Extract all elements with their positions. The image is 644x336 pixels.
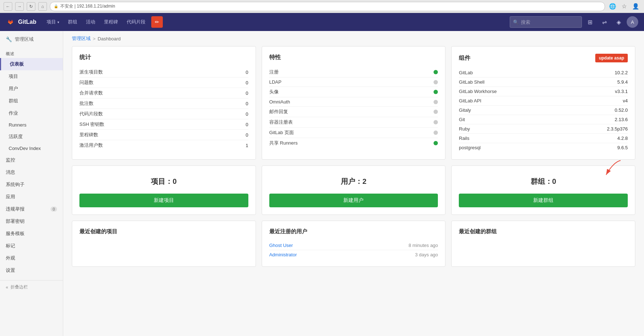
url-text: 不安全 | 192.168.1.21/admin <box>60 3 115 9</box>
sidebar-item-deploy-keys[interactable]: 部署密钥 <box>0 215 63 227</box>
sidebar-item-abuse-reports[interactable]: 违规举报 0 <box>0 203 63 215</box>
component-row: GitLab Workhorsev3.3.1 <box>459 87 628 96</box>
sidebar-item-labels[interactable]: 标记 <box>0 240 63 252</box>
recent-projects-card: 最近创建的项目 <box>72 221 256 267</box>
admin-header: 🔧 管理区域 <box>0 31 63 48</box>
search-icon: 🔍 <box>513 19 519 25</box>
feature-status <box>434 70 438 74</box>
top-cards-row: 统计 派生项目数0问题数0合并请求数0批注数0代码片段数0SSH 密钥数0里程碑… <box>72 46 635 160</box>
breadcrumb-admin[interactable]: 管理区域 <box>72 35 91 42</box>
sidebar-item-settings[interactable]: 设置 <box>0 264 63 277</box>
user-time: 3 days ago <box>415 252 438 257</box>
component-version: 5.9.4 <box>617 79 628 85</box>
user-icon[interactable]: 👤 <box>631 2 640 11</box>
sidebar-item-dashboard[interactable]: 仪表板 <box>0 58 63 70</box>
sidebar-item-activity[interactable]: 活跃度 <box>0 131 63 143</box>
component-version: 0.52.0 <box>615 107 628 113</box>
issues-icon[interactable]: ◈ <box>612 16 625 28</box>
feature-status <box>434 100 438 104</box>
count-cards-row: 项目：0 新建项目 用户：2 新建用户 群组：0 新建群组 点击新建群组 <box>72 165 635 215</box>
sidebar-item-convdev[interactable]: ConvDev Index <box>0 143 63 154</box>
stat-value: 0 <box>245 111 248 117</box>
sidebar-item-groups[interactable]: 群组 <box>0 95 63 107</box>
user-link[interactable]: Administrator <box>269 252 297 257</box>
feature-status <box>434 120 438 124</box>
url-bar[interactable]: 🔒 不安全 | 192.168.1.21/admin <box>50 2 605 11</box>
new-user-button[interactable]: 新建用户 <box>269 194 438 207</box>
merge-request-icon[interactable]: ⇌ <box>598 16 611 28</box>
stat-row: SSH 密钥数0 <box>79 119 248 130</box>
component-version: 10.2.2 <box>615 70 628 75</box>
feature-row: 共享 Runners <box>269 138 438 148</box>
new-item-button[interactable]: ✏ <box>151 16 163 28</box>
star-icon[interactable]: ☆ <box>619 2 629 11</box>
update-asap-button[interactable]: update asap <box>595 54 628 62</box>
new-group-button[interactable]: 新建群组 <box>459 194 628 207</box>
stat-row: 批注数0 <box>79 98 248 109</box>
refresh-button[interactable]: ↻ <box>27 2 35 11</box>
component-version: v4 <box>623 98 628 103</box>
recent-groups-card: 最近创建的群组 <box>451 221 635 267</box>
component-row: Rails4.2.8 <box>459 134 628 143</box>
components-title: 组件 <box>459 54 470 62</box>
sidebar-item-system-hooks[interactable]: 系统钩子 <box>0 178 63 191</box>
component-row: GitLab APIv4 <box>459 96 628 106</box>
nav-snippets[interactable]: 代码片段 <box>122 13 150 31</box>
feature-status <box>434 90 438 94</box>
gitlab-logo[interactable]: GitLab <box>6 17 36 27</box>
stat-label: SSH 密钥数 <box>79 121 104 128</box>
search-input[interactable] <box>521 19 579 25</box>
main-area: 🔧 管理区域 概述 仪表板 项目 用户 群组 作业 Runners <box>0 31 644 336</box>
wrench-icon: 🔧 <box>6 36 12 42</box>
sidebar-item-applications[interactable]: 应用 <box>0 191 63 203</box>
forward-button[interactable]: → <box>15 2 24 11</box>
search-bar[interactable]: 🔍 <box>510 16 582 28</box>
stat-value: 0 <box>245 122 248 127</box>
stat-label: 里程碑数 <box>79 132 98 138</box>
back-button[interactable]: ← <box>4 2 12 11</box>
browser-bar: ← → ↻ ⌂ 🔒 不安全 | 192.168.1.21/admin 🌐 ☆ 👤 <box>0 0 644 13</box>
nav-activity[interactable]: 活动 <box>82 13 100 31</box>
user-link[interactable]: Ghost User <box>269 243 293 248</box>
feature-status <box>434 110 438 114</box>
breadcrumb: 管理区域 > Dashboard <box>63 31 644 46</box>
component-version: 2.13.6 <box>615 117 628 122</box>
sidebar-item-runners[interactable]: Runners <box>0 119 63 131</box>
new-project-button[interactable]: 新建项目 <box>79 194 248 207</box>
features-card: 特性 注册LDAP头像OmniAuth邮件回复容器注册表GitLab 页面共享 … <box>262 46 446 160</box>
feature-row: 邮件回复 <box>269 107 438 117</box>
sidebar-item-monitoring[interactable]: 监控 <box>0 154 63 166</box>
sidebar-item-users[interactable]: 用户 <box>0 83 63 95</box>
sidebar-item-service-templates[interactable]: 服务模板 <box>0 227 63 240</box>
feature-label: 邮件回复 <box>269 109 288 115</box>
abuse-badge: 0 <box>51 207 57 212</box>
browser-actions: 🌐 ☆ 👤 <box>608 2 640 11</box>
home-button[interactable]: ⌂ <box>38 2 47 11</box>
stat-value: 1 <box>245 143 248 148</box>
stats-title: 统计 <box>79 54 248 61</box>
nav-milestones[interactable]: 里程碑 <box>100 13 122 31</box>
stat-value: 0 <box>245 132 248 138</box>
component-name: GitLab API <box>459 98 481 103</box>
sidebar-item-jobs[interactable]: 作业 <box>0 107 63 119</box>
stats-card: 统计 派生项目数0问题数0合并请求数0批注数0代码片段数0SSH 密钥数0里程碑… <box>72 46 256 160</box>
sidebar-item-appearance[interactable]: 外观 <box>0 252 63 264</box>
component-row: Gitaly0.52.0 <box>459 106 628 115</box>
stat-row: 代码片段数0 <box>79 109 248 119</box>
stat-row: 合并请求数0 <box>79 88 248 98</box>
collapse-sidebar[interactable]: « 折叠边栏 <box>0 280 63 294</box>
nav-projects[interactable]: 项目 ▾ <box>42 13 64 31</box>
component-row: GitLab10.2.2 <box>459 68 628 78</box>
translate-icon[interactable]: 🌐 <box>608 2 617 11</box>
content-body: 统计 派生项目数0问题数0合并请求数0批注数0代码片段数0SSH 密钥数0里程碑… <box>63 46 644 275</box>
sidebar-item-projects[interactable]: 项目 <box>0 70 63 83</box>
sidebar: 🔧 管理区域 概述 仪表板 项目 用户 群组 作业 Runners <box>0 31 63 336</box>
feature-label: OmniAuth <box>269 99 290 105</box>
feature-label: 注册 <box>269 69 279 75</box>
layout-icon[interactable]: ⊞ <box>583 16 596 28</box>
recent-users-rows: Ghost User8 minutes agoAdministrator3 da… <box>269 241 438 259</box>
nav-groups[interactable]: 群组 <box>64 13 82 31</box>
stat-label: 代码片段数 <box>79 111 103 117</box>
sidebar-item-messages[interactable]: 消息 <box>0 166 63 178</box>
avatar[interactable]: A <box>627 16 638 28</box>
